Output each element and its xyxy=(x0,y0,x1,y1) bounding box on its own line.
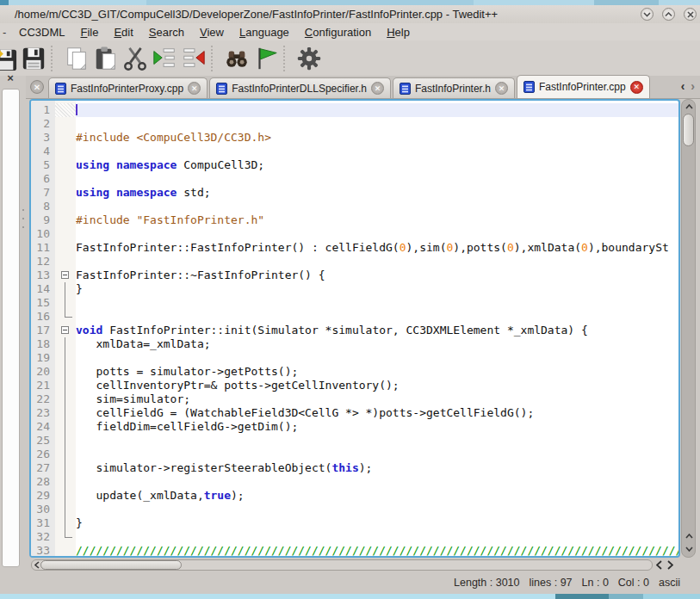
tab-scroll-prev-button[interactable]: ‹ xyxy=(681,79,685,93)
code-line-20[interactable]: 20 potts = simulator->getPotts(); xyxy=(31,365,678,379)
code-text[interactable] xyxy=(76,475,678,489)
code-line-12[interactable]: 12 xyxy=(31,255,678,269)
save-button[interactable] xyxy=(19,43,48,74)
code-line-18[interactable]: 18 xmlData=_xmlData; xyxy=(31,337,678,351)
tab-close-icon[interactable]: ✕ xyxy=(495,82,508,95)
code-line-32[interactable]: 32 xyxy=(31,530,678,544)
find-button[interactable] xyxy=(222,43,251,74)
code-text[interactable]: #include "FastInfoPrinter.h" xyxy=(76,213,678,227)
code-text[interactable]: potts = simulator->getPotts(); xyxy=(76,365,678,379)
vertical-scrollbar[interactable] xyxy=(681,99,696,558)
line-number[interactable]: 9 xyxy=(31,213,55,227)
code-text[interactable] xyxy=(76,351,678,365)
line-number[interactable]: 29 xyxy=(31,489,55,503)
line-number[interactable]: 1 xyxy=(31,103,55,117)
code-line-17[interactable]: 17void FastInfoPrinter::init(Simulator *… xyxy=(31,324,678,337)
code-text[interactable]: } xyxy=(76,516,678,530)
line-number[interactable]: 2 xyxy=(31,117,55,131)
tab-close-icon[interactable]: ✕ xyxy=(630,81,643,94)
menu-item-configuration[interactable]: Configuration xyxy=(297,24,379,40)
line-number[interactable]: 28 xyxy=(31,475,55,489)
line-number[interactable]: 18 xyxy=(31,337,55,351)
line-number[interactable]: 22 xyxy=(31,392,55,406)
code-line-2[interactable]: 2 xyxy=(31,117,678,131)
tab-fastinfoprinterproxy-cpp[interactable]: FastInfoPrinterProxy.cpp✕ xyxy=(48,77,208,98)
horizontal-scrollbar[interactable] xyxy=(31,559,653,571)
code-line-22[interactable]: 22 sim=simulator; xyxy=(31,392,678,406)
code-line-1[interactable]: 1 xyxy=(31,103,678,117)
menu-item-language[interactable]: Language xyxy=(232,24,297,40)
line-number[interactable]: 30 xyxy=(31,503,55,516)
vertical-scroll-thumb[interactable] xyxy=(683,114,694,146)
line-number[interactable]: 6 xyxy=(31,172,55,186)
line-number[interactable]: 19 xyxy=(31,351,55,365)
scroll-up-icon[interactable] xyxy=(685,102,693,111)
line-number[interactable]: 21 xyxy=(31,379,55,392)
settings-button[interactable] xyxy=(294,43,324,74)
code-text[interactable]: update(_xmlData,true); xyxy=(76,489,678,503)
code-line-27[interactable]: 27 simulator->registerSteerableObject(th… xyxy=(31,461,678,475)
tab-close-icon[interactable]: ✕ xyxy=(371,82,384,95)
dock-panel[interactable] xyxy=(2,89,20,567)
code-text[interactable] xyxy=(76,448,678,461)
tab-fastinfoprinterdllspecifier-h[interactable]: FastInfoPrinterDLLSpecifier.h✕ xyxy=(209,77,391,98)
menu-overflow[interactable]: - xyxy=(3,26,11,39)
tab-fastinfoprinter-h[interactable]: FastInfoPrinter.h✕ xyxy=(393,77,515,98)
code-text[interactable]: #include <CompuCell3D/CC3D.h> xyxy=(76,131,678,145)
code-text[interactable] xyxy=(76,255,678,269)
code-line-24[interactable]: 24 fieldDim=cellFieldG->getDim(); xyxy=(31,420,678,434)
menu-item-search[interactable]: Search xyxy=(141,24,192,40)
code-line-9[interactable]: 9#include "FastInfoPrinter.h" xyxy=(31,213,678,227)
code-text[interactable] xyxy=(76,117,678,131)
line-number[interactable]: 16 xyxy=(31,310,55,324)
code-text[interactable] xyxy=(76,310,678,324)
code-line-6[interactable]: 6 xyxy=(31,172,678,186)
code-text[interactable] xyxy=(76,200,678,213)
scroll-left-icon[interactable] xyxy=(33,561,40,569)
maximize-button[interactable] xyxy=(662,8,675,21)
line-number[interactable]: 24 xyxy=(31,420,55,434)
code-line-16[interactable]: 16 xyxy=(31,310,678,324)
code-text[interactable] xyxy=(76,503,678,516)
indent-button[interactable] xyxy=(150,43,179,74)
code-line-10[interactable]: 10 xyxy=(31,227,678,241)
code-line-23[interactable]: 23 cellFieldG = (WatchableField3D<CellG … xyxy=(31,406,678,420)
code-text[interactable]: FastInfoPrinter::FastInfoPrinter() : cel… xyxy=(76,241,678,255)
dock-close-button[interactable]: × xyxy=(4,72,16,84)
code-text[interactable]: fieldDim=cellFieldG->getDim(); xyxy=(76,420,678,434)
line-number[interactable]: 12 xyxy=(31,255,55,269)
code-line-30[interactable]: 30 xyxy=(31,503,678,516)
code-line-4[interactable]: 4 xyxy=(31,145,678,158)
code-line-28[interactable]: 28 xyxy=(31,475,678,489)
code-text[interactable] xyxy=(76,296,678,310)
code-text[interactable]: using namespace CompuCell3D; xyxy=(76,158,678,172)
menu-item-edit[interactable]: Edit xyxy=(106,24,140,40)
paste-button[interactable] xyxy=(91,43,121,74)
code-text[interactable]: ////////////////////////////////////////… xyxy=(76,544,678,558)
line-number[interactable]: 11 xyxy=(31,241,55,255)
code-text[interactable] xyxy=(76,172,678,186)
fold-marker[interactable] xyxy=(55,269,76,282)
menu-item-view[interactable]: View xyxy=(192,24,232,40)
code-text[interactable]: xmlData=_xmlData; xyxy=(76,337,678,351)
code-line-13[interactable]: 13FastInfoPrinter::~FastInfoPrinter() { xyxy=(31,269,678,282)
line-number[interactable]: 15 xyxy=(31,296,55,310)
line-number[interactable]: 8 xyxy=(31,200,55,213)
code-text[interactable]: cellInventoryPtr=& potts->getCellInvento… xyxy=(76,379,678,392)
scroll-down-icon[interactable] xyxy=(685,545,693,553)
code-line-26[interactable]: 26 xyxy=(31,448,678,461)
tab-close-icon[interactable]: ✕ xyxy=(188,82,201,95)
line-number[interactable]: 20 xyxy=(31,365,55,379)
code-text[interactable]: cellFieldG = (WatchableField3D<CellG *> … xyxy=(76,406,678,420)
code-line-21[interactable]: 21 cellInventoryPtr=& potts->getCellInve… xyxy=(31,379,678,392)
tab-fastinfoprinter-cpp[interactable]: FastInfoPrinter.cpp✕ xyxy=(517,75,650,98)
code-text[interactable]: } xyxy=(76,282,678,296)
close-button[interactable] xyxy=(684,8,697,21)
line-number[interactable]: 27 xyxy=(31,461,55,475)
line-number[interactable]: 33 xyxy=(31,544,55,558)
line-number[interactable]: 17 xyxy=(31,324,55,337)
line-number[interactable]: 23 xyxy=(31,406,55,420)
line-number[interactable]: 14 xyxy=(31,282,55,296)
scroll-left2-icon[interactable] xyxy=(656,560,662,570)
code-line-31[interactable]: 31} xyxy=(31,516,678,530)
